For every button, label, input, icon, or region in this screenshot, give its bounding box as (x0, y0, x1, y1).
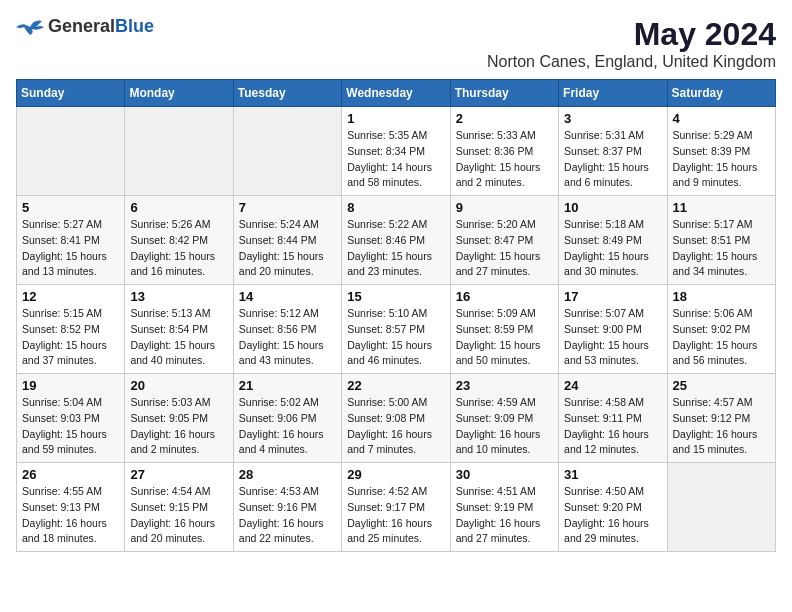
day-info: Sunrise: 5:00 AMSunset: 9:08 PMDaylight:… (347, 395, 444, 458)
day-info: Sunrise: 4:58 AMSunset: 9:11 PMDaylight:… (564, 395, 661, 458)
day-cell: 31Sunrise: 4:50 AMSunset: 9:20 PMDayligh… (559, 463, 667, 552)
day-info: Sunrise: 5:10 AMSunset: 8:57 PMDaylight:… (347, 306, 444, 369)
day-info: Sunrise: 4:55 AMSunset: 9:13 PMDaylight:… (22, 484, 119, 547)
day-info: Sunrise: 5:24 AMSunset: 8:44 PMDaylight:… (239, 217, 336, 280)
day-number: 9 (456, 200, 553, 215)
logo-icon (16, 17, 44, 37)
day-number: 2 (456, 111, 553, 126)
day-number: 25 (673, 378, 770, 393)
day-cell (233, 107, 341, 196)
day-info: Sunrise: 4:57 AMSunset: 9:12 PMDaylight:… (673, 395, 770, 458)
day-info: Sunrise: 5:33 AMSunset: 8:36 PMDaylight:… (456, 128, 553, 191)
day-number: 29 (347, 467, 444, 482)
day-number: 17 (564, 289, 661, 304)
day-cell: 4Sunrise: 5:29 AMSunset: 8:39 PMDaylight… (667, 107, 775, 196)
header-day-sunday: Sunday (17, 80, 125, 107)
day-number: 14 (239, 289, 336, 304)
header-day-friday: Friday (559, 80, 667, 107)
day-cell: 5Sunrise: 5:27 AMSunset: 8:41 PMDaylight… (17, 196, 125, 285)
day-number: 30 (456, 467, 553, 482)
week-row-5: 26Sunrise: 4:55 AMSunset: 9:13 PMDayligh… (17, 463, 776, 552)
day-cell: 15Sunrise: 5:10 AMSunset: 8:57 PMDayligh… (342, 285, 450, 374)
day-number: 16 (456, 289, 553, 304)
day-number: 26 (22, 467, 119, 482)
day-number: 27 (130, 467, 227, 482)
day-info: Sunrise: 5:20 AMSunset: 8:47 PMDaylight:… (456, 217, 553, 280)
calendar-header: SundayMondayTuesdayWednesdayThursdayFrid… (17, 80, 776, 107)
logo-text: GeneralBlue (48, 16, 154, 37)
day-info: Sunrise: 4:54 AMSunset: 9:15 PMDaylight:… (130, 484, 227, 547)
day-info: Sunrise: 5:03 AMSunset: 9:05 PMDaylight:… (130, 395, 227, 458)
day-cell: 14Sunrise: 5:12 AMSunset: 8:56 PMDayligh… (233, 285, 341, 374)
day-info: Sunrise: 5:17 AMSunset: 8:51 PMDaylight:… (673, 217, 770, 280)
day-info: Sunrise: 5:29 AMSunset: 8:39 PMDaylight:… (673, 128, 770, 191)
day-info: Sunrise: 5:26 AMSunset: 8:42 PMDaylight:… (130, 217, 227, 280)
page-title: May 2024 (487, 16, 776, 53)
day-cell: 28Sunrise: 4:53 AMSunset: 9:16 PMDayligh… (233, 463, 341, 552)
day-cell: 10Sunrise: 5:18 AMSunset: 8:49 PMDayligh… (559, 196, 667, 285)
day-info: Sunrise: 4:51 AMSunset: 9:19 PMDaylight:… (456, 484, 553, 547)
day-cell (667, 463, 775, 552)
day-cell: 13Sunrise: 5:13 AMSunset: 8:54 PMDayligh… (125, 285, 233, 374)
day-cell: 29Sunrise: 4:52 AMSunset: 9:17 PMDayligh… (342, 463, 450, 552)
day-number: 12 (22, 289, 119, 304)
day-number: 31 (564, 467, 661, 482)
day-cell: 23Sunrise: 4:59 AMSunset: 9:09 PMDayligh… (450, 374, 558, 463)
week-row-4: 19Sunrise: 5:04 AMSunset: 9:03 PMDayligh… (17, 374, 776, 463)
day-cell: 1Sunrise: 5:35 AMSunset: 8:34 PMDaylight… (342, 107, 450, 196)
header: GeneralBlue May 2024 Norton Canes, Engla… (16, 16, 776, 71)
day-number: 11 (673, 200, 770, 215)
day-cell: 26Sunrise: 4:55 AMSunset: 9:13 PMDayligh… (17, 463, 125, 552)
day-cell: 19Sunrise: 5:04 AMSunset: 9:03 PMDayligh… (17, 374, 125, 463)
day-number: 22 (347, 378, 444, 393)
calendar-body: 1Sunrise: 5:35 AMSunset: 8:34 PMDaylight… (17, 107, 776, 552)
day-cell: 16Sunrise: 5:09 AMSunset: 8:59 PMDayligh… (450, 285, 558, 374)
day-info: Sunrise: 5:13 AMSunset: 8:54 PMDaylight:… (130, 306, 227, 369)
calendar-table: SundayMondayTuesdayWednesdayThursdayFrid… (16, 79, 776, 552)
day-number: 15 (347, 289, 444, 304)
day-cell: 8Sunrise: 5:22 AMSunset: 8:46 PMDaylight… (342, 196, 450, 285)
day-number: 10 (564, 200, 661, 215)
day-cell: 7Sunrise: 5:24 AMSunset: 8:44 PMDaylight… (233, 196, 341, 285)
header-day-monday: Monday (125, 80, 233, 107)
day-cell: 27Sunrise: 4:54 AMSunset: 9:15 PMDayligh… (125, 463, 233, 552)
day-number: 28 (239, 467, 336, 482)
day-cell: 20Sunrise: 5:03 AMSunset: 9:05 PMDayligh… (125, 374, 233, 463)
day-info: Sunrise: 5:18 AMSunset: 8:49 PMDaylight:… (564, 217, 661, 280)
day-info: Sunrise: 5:04 AMSunset: 9:03 PMDaylight:… (22, 395, 119, 458)
day-info: Sunrise: 5:09 AMSunset: 8:59 PMDaylight:… (456, 306, 553, 369)
day-number: 21 (239, 378, 336, 393)
day-number: 6 (130, 200, 227, 215)
header-day-wednesday: Wednesday (342, 80, 450, 107)
day-cell: 21Sunrise: 5:02 AMSunset: 9:06 PMDayligh… (233, 374, 341, 463)
header-day-saturday: Saturday (667, 80, 775, 107)
day-cell (125, 107, 233, 196)
week-row-1: 1Sunrise: 5:35 AMSunset: 8:34 PMDaylight… (17, 107, 776, 196)
day-info: Sunrise: 5:22 AMSunset: 8:46 PMDaylight:… (347, 217, 444, 280)
header-row: SundayMondayTuesdayWednesdayThursdayFrid… (17, 80, 776, 107)
day-info: Sunrise: 5:31 AMSunset: 8:37 PMDaylight:… (564, 128, 661, 191)
day-cell: 24Sunrise: 4:58 AMSunset: 9:11 PMDayligh… (559, 374, 667, 463)
day-cell: 6Sunrise: 5:26 AMSunset: 8:42 PMDaylight… (125, 196, 233, 285)
day-number: 23 (456, 378, 553, 393)
day-number: 19 (22, 378, 119, 393)
day-number: 13 (130, 289, 227, 304)
day-cell: 11Sunrise: 5:17 AMSunset: 8:51 PMDayligh… (667, 196, 775, 285)
day-info: Sunrise: 5:02 AMSunset: 9:06 PMDaylight:… (239, 395, 336, 458)
day-number: 18 (673, 289, 770, 304)
day-number: 3 (564, 111, 661, 126)
day-info: Sunrise: 4:52 AMSunset: 9:17 PMDaylight:… (347, 484, 444, 547)
day-info: Sunrise: 4:59 AMSunset: 9:09 PMDaylight:… (456, 395, 553, 458)
day-number: 5 (22, 200, 119, 215)
day-number: 7 (239, 200, 336, 215)
day-info: Sunrise: 5:07 AMSunset: 9:00 PMDaylight:… (564, 306, 661, 369)
day-cell: 30Sunrise: 4:51 AMSunset: 9:19 PMDayligh… (450, 463, 558, 552)
day-cell: 9Sunrise: 5:20 AMSunset: 8:47 PMDaylight… (450, 196, 558, 285)
day-cell (17, 107, 125, 196)
day-number: 24 (564, 378, 661, 393)
page-subtitle: Norton Canes, England, United Kingdom (487, 53, 776, 71)
day-info: Sunrise: 4:50 AMSunset: 9:20 PMDaylight:… (564, 484, 661, 547)
day-info: Sunrise: 5:27 AMSunset: 8:41 PMDaylight:… (22, 217, 119, 280)
day-number: 4 (673, 111, 770, 126)
day-info: Sunrise: 5:15 AMSunset: 8:52 PMDaylight:… (22, 306, 119, 369)
